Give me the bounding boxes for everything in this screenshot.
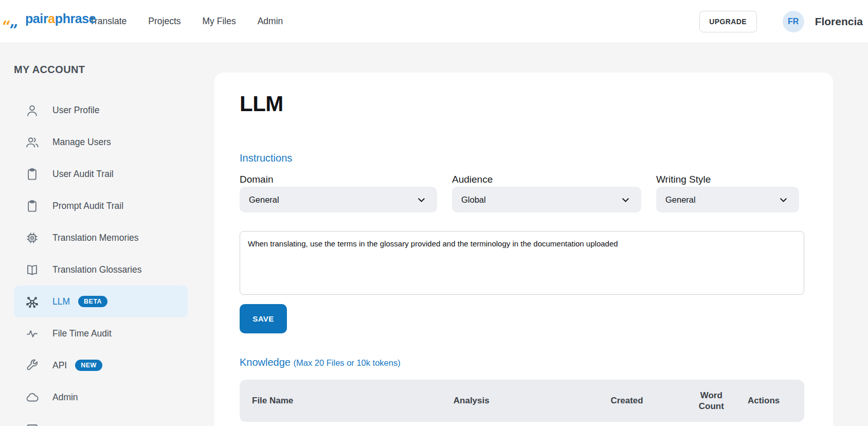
sidebar-item-prompt-audit-trail[interactable]: Prompt Audit Trail <box>14 190 188 222</box>
knowledge-heading: Knowledge (Max 20 Files or 10k tokens) <box>240 357 804 368</box>
user-name[interactable]: Florencia <box>815 15 863 28</box>
sidebar-item-label: File Time Audit <box>52 328 112 339</box>
beta-badge: BETA <box>78 296 107 308</box>
sidebar-item-file-time-audit[interactable]: File Time Audit <box>14 317 188 349</box>
nav-admin[interactable]: Admin <box>258 16 283 27</box>
card-icon <box>25 422 39 426</box>
sidebar-item-translation-memories[interactable]: Translation Memories <box>14 222 188 254</box>
column-actions: Actions <box>735 395 792 406</box>
logo-wordmark: pairaphrase <box>25 11 96 26</box>
clipboard-icon <box>25 199 39 213</box>
account-sidebar: MY ACCOUNT User Profile Manage Users Use… <box>14 43 188 426</box>
avatar[interactable]: FR <box>783 11 804 32</box>
instructions-fields: Domain General Audience Global Writing S… <box>240 174 804 212</box>
user-icon <box>25 103 39 117</box>
domain-value: General <box>249 195 279 205</box>
chip-icon <box>25 231 39 245</box>
book-icon <box>25 263 39 277</box>
field-writing-style: Writing Style General <box>656 174 799 212</box>
domain-select[interactable]: General <box>240 187 437 212</box>
llm-settings-panel: LLM Instructions Domain General Audience… <box>214 73 833 426</box>
sidebar-menu: User Profile Manage Users User Audit Tra… <box>14 94 188 426</box>
column-analysis: Analysis <box>454 396 611 406</box>
svg-text:”: ” <box>9 21 18 36</box>
sidebar-item-label: Admin <box>52 392 78 403</box>
sidebar-heading: MY ACCOUNT <box>14 64 188 76</box>
chevron-down-icon <box>778 194 789 205</box>
instructions-heading[interactable]: Instructions <box>240 152 804 164</box>
column-file-name: File Name <box>252 396 454 406</box>
sidebar-item-label: Manage Users <box>52 137 111 148</box>
primary-nav: Translate Projects My Files Admin <box>89 16 283 27</box>
sidebar-item-label: Prompt Audit Trail <box>52 201 123 211</box>
new-badge: NEW <box>75 360 102 371</box>
upgrade-button[interactable]: UPGRADE <box>699 11 757 32</box>
knowledge-limit-note: (Max 20 Files or 10k tokens) <box>294 358 401 367</box>
sidebar-item-label: API <box>52 360 67 371</box>
wrench-icon <box>25 359 39 372</box>
nav-my-files[interactable]: My Files <box>203 16 236 27</box>
sidebar-item-llm[interactable]: LLM BETA <box>14 286 188 317</box>
sidebar-item-manage-users[interactable]: Manage Users <box>14 126 188 158</box>
save-button[interactable]: SAVE <box>240 304 287 333</box>
writing-style-value: General <box>665 195 696 205</box>
nav-projects[interactable]: Projects <box>148 16 180 27</box>
sidebar-item-label: User Profile <box>52 105 99 116</box>
sidebar-item-translation-glossaries[interactable]: Translation Glossaries <box>14 254 188 286</box>
network-icon <box>25 295 39 309</box>
quotes-icon: “ ” <box>2 19 27 36</box>
sidebar-item-partial[interactable] <box>14 413 188 426</box>
instructions-textarea[interactable]: When translating, use the terms in the g… <box>240 231 804 295</box>
sidebar-item-label: LLM <box>52 296 70 307</box>
sidebar-item-user-audit-trail[interactable]: User Audit Trail <box>14 158 188 190</box>
activity-icon <box>25 327 39 341</box>
sidebar-item-admin[interactable]: Admin <box>14 381 188 413</box>
chevron-down-icon <box>620 194 631 205</box>
pairaphrase-logo[interactable]: pairaphrase “ ” <box>2 5 78 38</box>
sidebar-item-label: User Audit Trail <box>52 169 114 180</box>
knowledge-table-header: File Name Analysis Created Word Count Ac… <box>240 380 804 422</box>
users-icon <box>25 135 39 149</box>
cloud-icon <box>25 390 39 404</box>
audience-select[interactable]: Global <box>452 187 641 212</box>
audience-value: Global <box>461 195 486 205</box>
sidebar-item-label: Translation Memories <box>52 233 139 243</box>
sidebar-item-label: Translation Glossaries <box>52 264 141 275</box>
writing-style-select[interactable]: General <box>656 187 799 212</box>
field-domain: Domain General <box>240 174 437 212</box>
knowledge-title: Knowledge <box>240 357 291 368</box>
clipboard-icon <box>25 167 39 181</box>
field-audience: Audience Global <box>452 174 641 212</box>
top-navbar: pairaphrase “ ” Translate Projects My Fi… <box>0 0 868 43</box>
column-created: Created <box>610 396 687 406</box>
sidebar-item-user-profile[interactable]: User Profile <box>14 94 188 126</box>
chevron-down-icon <box>416 194 427 205</box>
writing-style-label: Writing Style <box>656 174 799 186</box>
sidebar-item-api[interactable]: API NEW <box>14 349 188 381</box>
column-word-count: Word Count <box>687 390 735 412</box>
page-title: LLM <box>240 92 804 116</box>
domain-label: Domain <box>240 174 437 186</box>
audience-label: Audience <box>452 174 641 186</box>
